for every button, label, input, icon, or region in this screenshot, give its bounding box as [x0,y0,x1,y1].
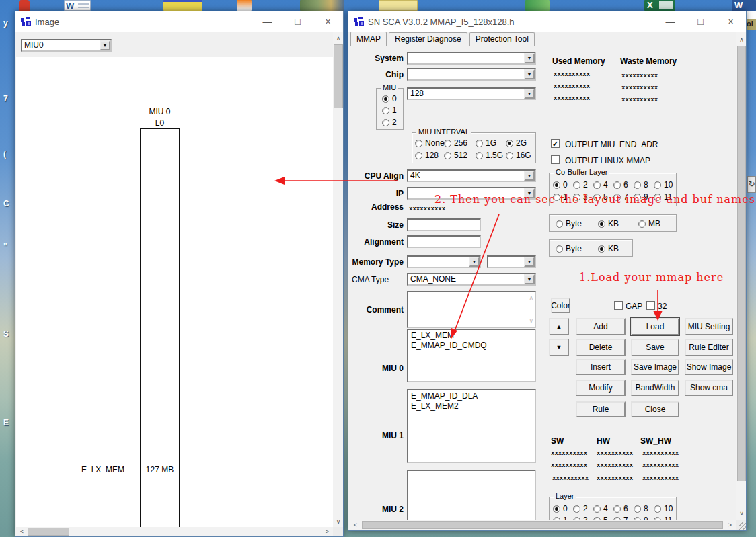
radio-layer-10[interactable]: 10 [654,504,673,513]
memory-size-combo[interactable]: 128 ▼ [407,87,536,100]
list-item[interactable]: E_MMAP_ID_DLA [411,391,532,401]
size-input[interactable] [407,218,481,231]
maximize-icon[interactable]: □ [282,11,313,32]
desktop-icon-word2[interactable]: W [732,0,756,11]
memory-type-combo2[interactable]: ▼ [487,255,536,268]
radio-interval-1-5g[interactable]: 1.5G [476,151,503,160]
desktop-icon-word-doc[interactable]: W [64,0,91,11]
cpu-align-combo[interactable]: 4K ▼ [407,169,536,182]
miu-select-combo[interactable]: MIU0 ▼ [21,39,112,52]
dropdown-arrow-icon[interactable]: ▼ [524,53,535,63]
desktop-icon-plant[interactable] [525,0,550,11]
radio-interval-1g[interactable]: 1G [476,138,496,148]
output-miu-end-adr-checkbox[interactable]: ✓ [551,139,560,148]
radio-cobuffer-0[interactable]: 0 [553,180,568,190]
miu0-listbox[interactable]: E_LX_MEM E_MMAP_ID_CMDQ [407,329,536,382]
radio-interval-none[interactable]: None [415,138,445,148]
radio-layer-0[interactable]: 0 [553,504,568,513]
desktop-icon-reader[interactable] [19,0,30,11]
move-down-button[interactable]: ▼ [549,339,569,356]
radio-interval-512[interactable]: 512 [444,151,467,160]
insert-button[interactable]: Insert [576,359,626,375]
minimize-icon[interactable]: — [655,11,685,32]
radio-interval-2g[interactable]: 2G [506,138,527,148]
tab-mmap[interactable]: MMAP [350,32,387,46]
list-item[interactable]: E_MMAP_ID_CMDQ [411,341,532,351]
image-window-titlebar[interactable]: Image — □ × [15,11,343,32]
delete-button[interactable]: Delete [576,339,626,356]
radio-miu-1[interactable]: 1 [382,106,397,115]
radio-miu-2[interactable]: 2 [382,118,397,127]
scroll-left-icon[interactable]: < [350,520,361,530]
save-image-button[interactable]: Save Image [631,359,679,375]
miu1-listbox[interactable]: E_MMAP_ID_DLA E_LX_MEM2 [407,389,536,463]
image-vscroll-thumb[interactable] [334,44,343,108]
add-button[interactable]: Add [576,318,626,335]
scroll-right-icon[interactable]: > [322,527,332,536]
miu-setting-button[interactable]: MIU Setting [685,318,733,335]
radio-interval-256[interactable]: 256 [444,138,467,148]
dropdown-arrow-icon[interactable]: ▼ [524,171,535,181]
dropdown-arrow-icon[interactable]: ▼ [469,257,480,267]
scroll-right-icon[interactable]: > [725,520,735,530]
radio-cobuffer-4[interactable]: 4 [593,180,608,190]
radio-miu-0[interactable]: 0 [382,94,397,104]
scroll-up-icon[interactable]: ∧ [529,293,533,303]
radio-unit2-kb[interactable]: KB [598,244,619,253]
dropdown-arrow-icon[interactable]: ▼ [524,257,535,267]
radio-interval-16g[interactable]: 16G [506,151,531,160]
desktop-icon-folder[interactable] [163,0,202,11]
move-up-button[interactable]: ▲ [549,318,569,335]
refresh-icon[interactable]: ↻ [747,176,756,193]
save-button[interactable]: Save [631,339,679,356]
close-icon[interactable]: × [716,11,746,32]
radio-cobuffer-10[interactable]: 10 [654,180,673,190]
desktop-icon-excel[interactable]: X [644,0,675,11]
alignment-input[interactable] [407,235,481,248]
sca-hscroll-thumb[interactable] [362,521,723,529]
scroll-down-icon[interactable]: ∨ [333,516,344,527]
radio-layer-6[interactable]: 6 [613,504,628,513]
dropdown-arrow-icon[interactable]: ▼ [524,89,535,99]
color-button[interactable]: Color [551,298,570,313]
close-icon[interactable]: × [313,11,343,32]
radio-cobuffer-6[interactable]: 6 [613,180,628,190]
scroll-up-icon[interactable]: ∧ [736,34,747,45]
bandwidth-button[interactable]: BandWidth [631,380,679,396]
show-image-button[interactable]: Show Image [685,359,733,375]
32-checkbox[interactable] [646,301,655,310]
rule-button[interactable]: Rule [576,401,626,417]
list-item[interactable]: E_LX_MEM [411,331,532,341]
radio-unit1-kb[interactable]: KB [598,219,619,229]
minimize-icon[interactable]: — [252,11,282,32]
radio-layer-8[interactable]: 8 [634,504,648,513]
dropdown-arrow-icon[interactable]: ▼ [524,274,535,284]
scroll-down-icon[interactable]: ∨ [736,508,747,519]
scroll-down-icon[interactable]: ∨ [529,316,533,326]
close-button[interactable]: Close [631,401,679,417]
desktop-icon-mail[interactable] [379,0,418,11]
radio-cobuffer-2[interactable]: 2 [573,180,588,190]
scroll-left-icon[interactable]: < [17,527,27,536]
radio-cobuffer-8[interactable]: 8 [634,180,648,190]
radio-unit2-byte[interactable]: Byte [556,244,582,253]
miu2-listbox[interactable] [407,470,536,521]
desktop-icon-game[interactable] [300,0,344,11]
maximize-icon[interactable]: □ [685,11,716,32]
rule-editer-button[interactable]: Rule Editer [685,339,733,356]
radio-unit1-mb[interactable]: MB [638,219,660,229]
tab-protection-tool[interactable]: Protection Tool [469,32,535,46]
memory-type-combo1[interactable]: ▼ [407,255,481,268]
comment-textarea[interactable]: ∧ ∨ [407,291,536,328]
scroll-up-icon[interactable]: ∧ [333,33,344,44]
output-linux-mmap-checkbox[interactable] [551,155,560,164]
resize-grip[interactable] [739,522,746,530]
dropdown-arrow-icon[interactable]: ▼ [100,40,110,50]
list-item[interactable]: E_LX_MEM2 [411,401,532,411]
sca-vscroll-thumb[interactable] [737,46,746,481]
chip-combo[interactable]: ▼ [407,68,536,81]
load-button[interactable]: Load [631,318,679,335]
tab-register-diagnose[interactable]: Register Diagnose [389,32,467,46]
radio-layer-4[interactable]: 4 [593,504,608,513]
radio-unit1-byte[interactable]: Byte [556,219,582,229]
